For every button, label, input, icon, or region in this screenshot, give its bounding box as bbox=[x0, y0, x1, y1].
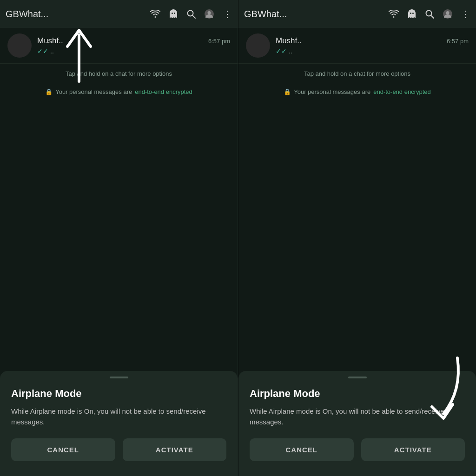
chat-info-right: Mushf.. 6:57 pm ✓✓ .. bbox=[276, 36, 469, 55]
hint-text-left: Tap and hold on a chat for more options bbox=[0, 64, 238, 84]
lock-icon-right: 🔒 bbox=[284, 88, 291, 95]
chat-preview-left: ✓✓ .. bbox=[37, 47, 230, 55]
encryption-text-right: Your personal messages are bbox=[294, 88, 370, 95]
sheet-handle-right bbox=[348, 377, 367, 378]
chat-preview-right: ✓✓ .. bbox=[276, 47, 469, 55]
activate-button-right[interactable]: ACTIVATE bbox=[361, 438, 465, 461]
search-icon-right[interactable] bbox=[425, 9, 434, 19]
top-bar-icons-right: ⋮ bbox=[389, 8, 470, 20]
sheet-buttons-right: CANCEL ACTIVATE bbox=[250, 438, 465, 461]
chat-time-left: 6:57 pm bbox=[208, 38, 230, 45]
svg-point-9 bbox=[426, 11, 432, 16]
svg-line-10 bbox=[431, 16, 434, 19]
hint-text-right: Tap and hold on a chat for more options bbox=[238, 64, 476, 84]
encryption-text-left: Your personal messages are bbox=[55, 88, 132, 95]
chat-time-right: 6:57 pm bbox=[447, 38, 469, 45]
encryption-link-right[interactable]: end-to-end encrypted bbox=[373, 88, 431, 95]
bottom-sheet-right: Airplane Mode While Airplane mode is On,… bbox=[238, 371, 476, 476]
cancel-button-right[interactable]: CANCEL bbox=[250, 438, 354, 461]
search-icon[interactable] bbox=[186, 9, 196, 19]
chat-item-right[interactable]: Mushf.. 6:57 pm ✓✓ .. bbox=[238, 28, 476, 64]
chat-info-left: Mushf.. 6:57 pm ✓✓ .. bbox=[37, 36, 230, 55]
preview-text-left: .. bbox=[50, 47, 54, 55]
svg-point-3 bbox=[188, 11, 193, 16]
ghost-icon[interactable] bbox=[169, 9, 178, 19]
chat-name-row-right: Mushf.. 6:57 pm bbox=[276, 36, 469, 46]
panel-right: GBWhat... bbox=[238, 0, 476, 476]
sheet-body-left: While Airplane mode is On, you will not … bbox=[11, 406, 226, 427]
app-title-left: GBWhat... bbox=[6, 9, 150, 20]
avatar-icon-right[interactable] bbox=[443, 9, 453, 19]
sheet-body-right: While Airplane mode is On, you will not … bbox=[250, 406, 465, 427]
sheet-buttons-left: CANCEL ACTIVATE bbox=[11, 438, 226, 461]
chat-area-right: Mushf.. 6:57 pm ✓✓ .. Tap and hold on a … bbox=[238, 28, 476, 371]
sheet-title-left: Airplane Mode bbox=[11, 388, 226, 400]
panel-left: GBWhat... bbox=[0, 0, 238, 476]
top-bar-icons-left: ⋮ bbox=[150, 8, 232, 20]
bottom-sheet-left: Airplane Mode While Airplane mode is On,… bbox=[0, 371, 238, 476]
encryption-notice-left: 🔒 Your personal messages are end-to-end … bbox=[0, 84, 238, 100]
svg-point-2 bbox=[174, 13, 175, 14]
chat-name-left: Mushf.. bbox=[37, 36, 63, 46]
more-icon[interactable]: ⋮ bbox=[223, 8, 232, 20]
app-title-right: GBWhat... bbox=[244, 9, 389, 20]
avatar-mushf-right bbox=[246, 33, 270, 58]
sheet-handle-left bbox=[110, 377, 128, 378]
top-bar-right: GBWhat... bbox=[238, 0, 476, 28]
chat-name-row-left: Mushf.. 6:57 pm bbox=[37, 36, 230, 46]
lock-icon-left: 🔒 bbox=[45, 88, 53, 95]
sheet-title-right: Airplane Mode bbox=[250, 388, 465, 400]
encryption-notice-right: 🔒 Your personal messages are end-to-end … bbox=[238, 84, 476, 100]
activate-button-left[interactable]: ACTIVATE bbox=[123, 438, 227, 461]
avatar-icon[interactable] bbox=[204, 9, 214, 19]
top-bar-left: GBWhat... bbox=[0, 0, 238, 28]
avatar-mushf-left bbox=[7, 33, 32, 58]
svg-point-12 bbox=[446, 11, 450, 14]
wifi-icon[interactable] bbox=[150, 10, 160, 18]
svg-point-7 bbox=[410, 13, 411, 14]
encryption-link-left[interactable]: end-to-end encrypted bbox=[135, 88, 192, 95]
preview-text-right: .. bbox=[289, 47, 292, 55]
double-check-left: ✓✓ bbox=[37, 47, 48, 55]
wifi-icon-right[interactable] bbox=[389, 10, 399, 18]
svg-line-4 bbox=[193, 16, 196, 19]
ghost-icon-right[interactable] bbox=[407, 9, 416, 19]
svg-point-6 bbox=[208, 11, 211, 14]
chat-item-left[interactable]: Mushf.. 6:57 pm ✓✓ .. bbox=[0, 28, 238, 64]
svg-point-1 bbox=[172, 13, 173, 14]
more-icon-right[interactable]: ⋮ bbox=[461, 8, 470, 20]
chat-area-left: Mushf.. 6:57 pm ✓✓ .. Tap and hold on a … bbox=[0, 28, 238, 371]
svg-point-8 bbox=[412, 13, 414, 14]
cancel-button-left[interactable]: CANCEL bbox=[11, 438, 115, 461]
chat-name-right: Mushf.. bbox=[276, 36, 302, 46]
double-check-right: ✓✓ bbox=[276, 47, 287, 55]
